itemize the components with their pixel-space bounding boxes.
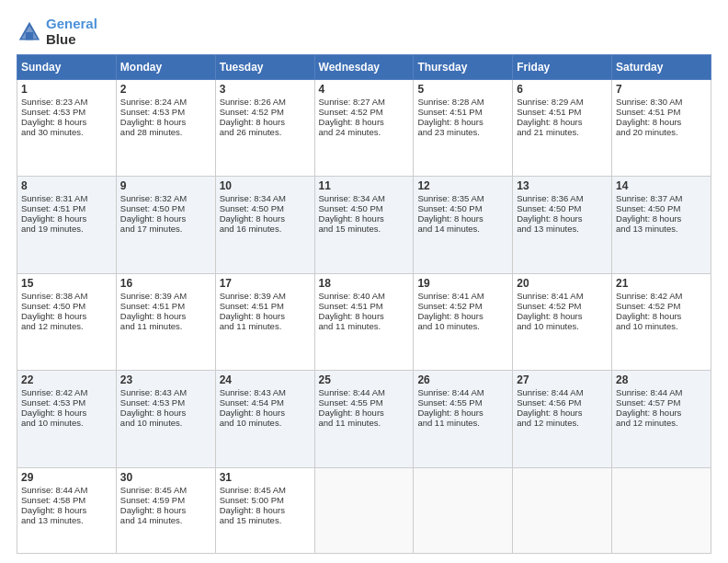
cell-line: and 12 minutes. bbox=[21, 321, 112, 331]
cell-line: Daylight: 8 hours bbox=[517, 213, 608, 224]
cell-line: Sunset: 4:51 PM bbox=[220, 301, 311, 311]
cell-line: and 11 minutes. bbox=[319, 321, 410, 331]
calendar-cell: 31Sunrise: 8:45 AMSunset: 5:00 PMDayligh… bbox=[215, 467, 314, 553]
calendar-cell: 28Sunrise: 8:44 AMSunset: 4:57 PMDayligh… bbox=[612, 371, 711, 467]
cell-line: Sunrise: 8:44 AM bbox=[616, 387, 707, 397]
cell-line: Sunset: 4:50 PM bbox=[120, 203, 211, 213]
calendar-cell: 2Sunrise: 8:24 AMSunset: 4:53 PMDaylight… bbox=[116, 80, 215, 177]
cell-line: Sunset: 4:53 PM bbox=[21, 107, 112, 117]
calendar-cell: 21Sunrise: 8:42 AMSunset: 4:52 PMDayligh… bbox=[612, 273, 711, 370]
day-number: 5 bbox=[417, 83, 508, 96]
day-number: 10 bbox=[220, 179, 311, 192]
calendar-cell: 17Sunrise: 8:39 AMSunset: 4:51 PMDayligh… bbox=[215, 273, 314, 370]
calendar-cell: 13Sunrise: 8:36 AMSunset: 4:50 PMDayligh… bbox=[513, 177, 612, 273]
cell-line: Sunset: 4:55 PM bbox=[417, 397, 508, 408]
cell-line: Sunset: 4:52 PM bbox=[517, 301, 608, 311]
cell-line: and 14 minutes. bbox=[417, 224, 508, 234]
calendar-cell: 23Sunrise: 8:43 AMSunset: 4:53 PMDayligh… bbox=[116, 371, 215, 467]
day-number: 23 bbox=[120, 373, 211, 386]
day-number: 28 bbox=[616, 373, 707, 386]
cell-line: and 12 minutes. bbox=[517, 418, 608, 428]
page: General Blue SundayMondayTuesdayWednesda… bbox=[0, 0, 728, 563]
cell-line: and 17 minutes. bbox=[120, 224, 211, 234]
cell-line: Sunset: 4:52 PM bbox=[319, 107, 410, 117]
day-number: 21 bbox=[616, 277, 707, 290]
cell-line: Daylight: 8 hours bbox=[120, 505, 211, 515]
cell-line: Sunrise: 8:45 AM bbox=[120, 485, 211, 495]
calendar-header-thursday: Thursday bbox=[414, 55, 513, 80]
day-number: 15 bbox=[21, 277, 112, 290]
cell-line: Sunrise: 8:44 AM bbox=[517, 387, 608, 397]
logo-icon bbox=[17, 19, 42, 45]
calendar-header-tuesday: Tuesday bbox=[215, 55, 314, 80]
cell-line: Sunset: 4:51 PM bbox=[517, 107, 608, 117]
cell-line: Sunrise: 8:44 AM bbox=[319, 387, 410, 397]
cell-line: Sunrise: 8:35 AM bbox=[417, 193, 508, 203]
cell-line: and 11 minutes. bbox=[220, 321, 311, 331]
day-number: 29 bbox=[21, 471, 112, 484]
calendar-cell: 27Sunrise: 8:44 AMSunset: 4:56 PMDayligh… bbox=[513, 371, 612, 467]
calendar-cell: 22Sunrise: 8:42 AMSunset: 4:53 PMDayligh… bbox=[17, 371, 117, 467]
calendar-cell: 16Sunrise: 8:39 AMSunset: 4:51 PMDayligh… bbox=[116, 273, 215, 370]
day-number: 22 bbox=[21, 373, 112, 386]
day-number: 14 bbox=[616, 179, 707, 192]
cell-line: Sunrise: 8:27 AM bbox=[319, 97, 410, 107]
cell-line: Daylight: 8 hours bbox=[21, 311, 112, 321]
day-number: 26 bbox=[417, 373, 508, 386]
cell-line: Sunrise: 8:43 AM bbox=[220, 387, 311, 397]
cell-line: Daylight: 8 hours bbox=[417, 213, 508, 224]
cell-line: Daylight: 8 hours bbox=[120, 311, 211, 321]
day-number: 18 bbox=[319, 277, 410, 290]
logo: General Blue bbox=[17, 17, 97, 47]
cell-line: and 14 minutes. bbox=[120, 515, 211, 525]
cell-line: Sunset: 4:51 PM bbox=[120, 301, 211, 311]
cell-line: Sunset: 5:00 PM bbox=[220, 495, 311, 505]
calendar-cell: 5Sunrise: 8:28 AMSunset: 4:51 PMDaylight… bbox=[414, 80, 513, 177]
svg-rect-2 bbox=[26, 32, 33, 40]
cell-line: Sunset: 4:52 PM bbox=[616, 301, 707, 311]
calendar-header-saturday: Saturday bbox=[612, 55, 711, 80]
day-number: 11 bbox=[319, 179, 410, 192]
calendar-cell: 3Sunrise: 8:26 AMSunset: 4:52 PMDaylight… bbox=[215, 80, 314, 177]
calendar-cell: 25Sunrise: 8:44 AMSunset: 4:55 PMDayligh… bbox=[314, 371, 414, 467]
cell-line: Daylight: 8 hours bbox=[220, 505, 311, 515]
cell-line: Sunrise: 8:28 AM bbox=[417, 97, 508, 107]
cell-line: Sunrise: 8:39 AM bbox=[220, 291, 311, 301]
cell-line: Daylight: 8 hours bbox=[616, 408, 707, 418]
calendar-header-sunday: Sunday bbox=[17, 55, 117, 80]
cell-line: Daylight: 8 hours bbox=[21, 408, 112, 418]
calendar-cell: 12Sunrise: 8:35 AMSunset: 4:50 PMDayligh… bbox=[414, 177, 513, 273]
calendar-cell: 10Sunrise: 8:34 AMSunset: 4:50 PMDayligh… bbox=[215, 177, 314, 273]
cell-line: and 11 minutes. bbox=[319, 418, 410, 428]
cell-line: Daylight: 8 hours bbox=[120, 117, 211, 127]
calendar-cell: 29Sunrise: 8:44 AMSunset: 4:58 PMDayligh… bbox=[17, 467, 117, 553]
cell-line: Sunset: 4:57 PM bbox=[616, 397, 707, 408]
calendar-cell: 18Sunrise: 8:40 AMSunset: 4:51 PMDayligh… bbox=[314, 273, 414, 370]
cell-line: Daylight: 8 hours bbox=[319, 117, 410, 127]
cell-line: and 13 minutes. bbox=[517, 224, 608, 234]
cell-line: Daylight: 8 hours bbox=[319, 213, 410, 224]
cell-line: Daylight: 8 hours bbox=[616, 117, 707, 127]
cell-line: Daylight: 8 hours bbox=[417, 408, 508, 418]
day-number: 12 bbox=[417, 179, 508, 192]
day-number: 31 bbox=[220, 471, 311, 484]
cell-line: and 13 minutes. bbox=[21, 515, 112, 525]
cell-line: Daylight: 8 hours bbox=[220, 311, 311, 321]
cell-line: and 11 minutes. bbox=[120, 321, 211, 331]
cell-line: and 10 minutes. bbox=[120, 418, 211, 428]
cell-line: Sunset: 4:53 PM bbox=[120, 397, 211, 408]
calendar-week-1: 1Sunrise: 8:23 AMSunset: 4:53 PMDaylight… bbox=[17, 80, 711, 177]
cell-line: Sunrise: 8:41 AM bbox=[417, 291, 508, 301]
cell-line: Sunset: 4:53 PM bbox=[120, 107, 211, 117]
cell-line: Daylight: 8 hours bbox=[21, 213, 112, 224]
cell-line: Sunrise: 8:24 AM bbox=[120, 97, 211, 107]
cell-line: and 10 minutes. bbox=[616, 321, 707, 331]
cell-line: and 10 minutes. bbox=[417, 321, 508, 331]
cell-line: Sunset: 4:50 PM bbox=[21, 301, 112, 311]
calendar-week-4: 22Sunrise: 8:42 AMSunset: 4:53 PMDayligh… bbox=[17, 371, 711, 467]
cell-line: Sunrise: 8:31 AM bbox=[21, 193, 112, 203]
cell-line: Daylight: 8 hours bbox=[220, 213, 311, 224]
calendar-cell: 8Sunrise: 8:31 AMSunset: 4:51 PMDaylight… bbox=[17, 177, 117, 273]
cell-line: Sunrise: 8:34 AM bbox=[220, 193, 311, 203]
cell-line: Sunrise: 8:38 AM bbox=[21, 291, 112, 301]
